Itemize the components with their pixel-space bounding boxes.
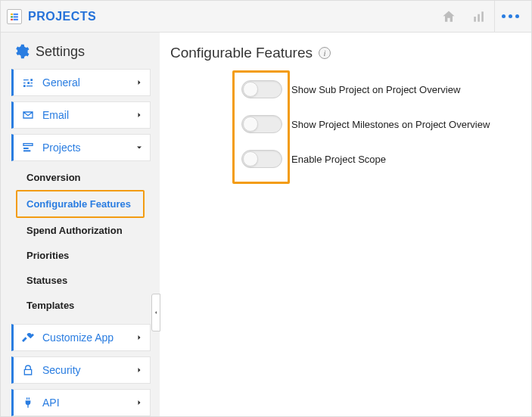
sidebar-item-projects[interactable]: Projects: [11, 134, 151, 161]
subitem-spend-authorization[interactable]: Spend Authorization: [11, 218, 151, 243]
chevron-down-icon: [135, 143, 144, 152]
toggle-row-subproject: Show Sub Project on Project Overview: [241, 78, 522, 101]
svg-rect-3: [14, 16, 18, 17]
chevron-right-icon: [135, 333, 144, 342]
app-root: PROJECTS Settings: [0, 0, 532, 417]
envelope-icon: [21, 108, 35, 122]
toggle-knob: [243, 82, 258, 97]
subitem-priorities[interactable]: Priorities: [11, 243, 151, 268]
chevron-right-icon: [135, 366, 144, 375]
sliders-icon: [21, 76, 35, 89]
more-menu-button[interactable]: [495, 1, 525, 33]
bar-chart-icon: [471, 9, 487, 24]
body: Settings General Email: [1, 33, 531, 416]
toggle-label: Show Sub Project on Project Overview: [291, 84, 460, 95]
sidebar-item-label: API: [42, 397, 135, 409]
content-title: Configurable Features: [170, 45, 313, 61]
toggle-milestones[interactable]: [241, 115, 282, 133]
projects-subitems: Conversion Configurable Features Spend A…: [11, 165, 151, 318]
chevron-left-icon: [153, 309, 159, 316]
toggle-label: Show Project Milestones on Project Overv…: [291, 119, 490, 130]
topbar-right: [434, 1, 525, 33]
sidebar-item-label: General: [42, 76, 135, 89]
svg-rect-6: [474, 17, 476, 22]
sidebar-item-security[interactable]: Security: [11, 356, 151, 384]
plug-icon: [21, 396, 35, 409]
subitem-conversion[interactable]: Conversion: [11, 165, 151, 190]
sidebar-item-customize-app[interactable]: Customize App: [11, 324, 151, 351]
chevron-right-icon: [135, 78, 144, 87]
home-icon: [441, 9, 456, 24]
subitem-configurable-features[interactable]: Configurable Features: [16, 190, 145, 218]
sidebar-item-label: Email: [42, 109, 135, 121]
toggle-row-scope: Enable Project Scope: [241, 148, 522, 170]
toggle-section: Show Sub Project on Project Overview Sho…: [170, 78, 522, 170]
content-title-row: Configurable Features i: [170, 45, 522, 61]
stats-button[interactable]: [464, 1, 494, 33]
sidebar-item-email[interactable]: Email: [11, 101, 151, 129]
collapse-sidebar-button[interactable]: [151, 294, 160, 331]
sidebar-item-label: Projects: [42, 142, 135, 154]
sidebar-item-label: Customize App: [42, 331, 135, 344]
subitem-statuses[interactable]: Statuses: [11, 268, 151, 293]
topbar-left: PROJECTS: [7, 9, 96, 24]
app-icon: [7, 9, 22, 24]
sidebar-item-api[interactable]: API: [11, 389, 151, 416]
svg-rect-7: [478, 14, 480, 21]
tools-icon: [21, 331, 35, 344]
project-icon: [21, 141, 35, 154]
svg-rect-0: [11, 13, 13, 14]
svg-rect-10: [23, 148, 29, 149]
svg-rect-8: [481, 11, 484, 21]
toggle-scope[interactable]: [241, 150, 282, 168]
home-button[interactable]: [434, 1, 464, 33]
svg-rect-9: [23, 144, 33, 146]
app-title: PROJECTS: [28, 10, 96, 23]
info-icon[interactable]: i: [319, 47, 331, 59]
ellipsis-icon: [502, 14, 519, 18]
content: Configurable Features i Show Sub Project…: [160, 33, 531, 416]
svg-rect-1: [14, 13, 18, 14]
svg-rect-11: [23, 150, 30, 151]
svg-rect-2: [11, 16, 13, 17]
toggle-knob: [243, 151, 258, 166]
toggle-knob: [243, 117, 258, 132]
lock-icon: [21, 363, 35, 377]
toggle-subproject[interactable]: [241, 80, 282, 98]
svg-rect-5: [14, 18, 18, 20]
sidebar-item-general[interactable]: General: [11, 69, 151, 96]
topbar: PROJECTS: [1, 1, 531, 33]
sidebar-item-label: Security: [42, 364, 135, 376]
gear-icon: [13, 43, 30, 60]
settings-heading: Settings: [11, 42, 151, 69]
sidebar: Settings General Email: [1, 33, 160, 416]
chevron-right-icon: [135, 110, 144, 120]
chevron-right-icon: [135, 398, 144, 407]
settings-heading-label: Settings: [36, 44, 85, 60]
subitem-templates[interactable]: Templates: [11, 293, 151, 318]
toggle-row-milestones: Show Project Milestones on Project Overv…: [241, 113, 522, 135]
svg-rect-4: [11, 18, 13, 20]
toggle-label: Enable Project Scope: [291, 154, 386, 165]
